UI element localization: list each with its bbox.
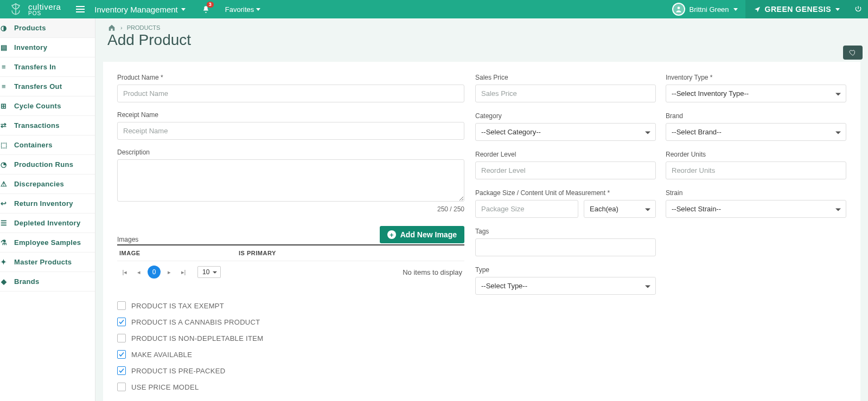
tags-input[interactable] [475, 238, 656, 256]
receipt-name-input[interactable] [117, 122, 464, 140]
pager-next-button[interactable]: ▸ [164, 267, 175, 277]
sidebar-item-label: Discrepancies [14, 180, 64, 188]
sidebar-item-discrepancies[interactable]: ⚠Discrepancies [0, 174, 95, 194]
sidebar-item-master-products[interactable]: ✦Master Products [0, 253, 95, 272]
description-label: Description [117, 148, 464, 156]
checkbox[interactable] [117, 301, 126, 310]
sidebar-item-employee-samples[interactable]: ⚗Employee Samples [0, 233, 95, 253]
sidebar-item-transactions[interactable]: ⇄Transactions [0, 116, 95, 135]
pager-prev-button[interactable]: ◂ [133, 267, 144, 277]
checkbox-label: MAKE AVAILABLE [131, 351, 192, 359]
bars-icon: ☰ [0, 219, 8, 227]
checkbox[interactable] [117, 366, 126, 375]
strain-select[interactable]: --Select Strain-- [666, 200, 846, 218]
arrow-in-icon: ≡ [0, 63, 8, 71]
org-switcher[interactable]: GREEN GENESIS [745, 0, 848, 18]
type-select[interactable]: --Select Type-- [475, 277, 656, 295]
org-name: GREEN GENESIS [765, 5, 831, 14]
receipt-name-label: Receipt Name [117, 111, 464, 119]
sidebar-item-label: Depleted Inventory [14, 219, 80, 227]
tag-icon: ◑ [0, 24, 8, 32]
sidebar-item-depleted-inventory[interactable]: ☰Depleted Inventory [0, 214, 95, 233]
sidebar-item-brands[interactable]: ◆Brands [0, 272, 95, 292]
menu-toggle-icon[interactable] [76, 6, 85, 12]
description-textarea[interactable] [117, 159, 464, 202]
sidebar-item-label: Containers [14, 141, 53, 149]
notifications-button[interactable]: 3 [202, 5, 210, 14]
pager-last-button[interactable]: ▸| [178, 267, 189, 277]
checkbox-label: USE PRICE MODEL [131, 383, 199, 391]
module-label: Inventory Management [94, 5, 177, 14]
add-image-button[interactable]: + Add New Image [380, 226, 464, 243]
sidebar-item-label: Master Products [14, 258, 72, 266]
checkbox-label: PRODUCT IS PRE-PACKED [131, 367, 225, 375]
sidebar-item-label: Production Runs [14, 160, 73, 169]
checkbox[interactable] [117, 383, 126, 391]
pager-first-button[interactable]: |◂ [119, 267, 130, 277]
sidebar-item-label: Employee Samples [14, 238, 81, 247]
checkbox[interactable] [117, 334, 126, 342]
grid-empty-message: No items to display [403, 268, 462, 276]
sidebar-item-transfers-out[interactable]: ≡Transfers Out [0, 77, 95, 96]
beaker-icon: ⚗ [0, 239, 8, 247]
reorder-units-input[interactable] [666, 161, 846, 179]
sidebar-item-containers[interactable]: ⬚Containers [0, 135, 95, 155]
category-label: Category [475, 112, 656, 120]
brand-select[interactable]: --Select Brand-- [666, 123, 846, 141]
sidebar-item-production-runs[interactable]: ◔Production Runs [0, 155, 95, 174]
logout-button[interactable] [848, 0, 868, 18]
sidebar: ◑Products ▤Inventory ≡Transfers In ≡Tran… [0, 18, 95, 401]
sidebar-item-label: Transactions [14, 121, 60, 130]
calendar-icon: ⊞ [0, 102, 8, 110]
sidebar-item-cycle-counts[interactable]: ⊞Cycle Counts [0, 96, 95, 116]
return-icon: ↩ [0, 200, 8, 208]
exchange-icon: ⇄ [0, 122, 8, 130]
pager-current: 0 [148, 266, 161, 279]
product-name-input[interactable] [117, 85, 464, 102]
checkbox[interactable] [117, 318, 126, 326]
checkbox[interactable] [117, 350, 126, 359]
home-icon[interactable] [107, 24, 116, 31]
heart-icon [848, 49, 857, 56]
favorites-dropdown[interactable]: Favorites [225, 5, 260, 14]
caret-down-icon [733, 8, 738, 11]
brand-label: Brand [666, 112, 846, 120]
avatar [672, 3, 685, 16]
inventory-type-select[interactable]: --Select Inventory Type-- [666, 85, 846, 102]
notifications-badge: 3 [207, 2, 214, 8]
favorite-toggle[interactable] [843, 46, 863, 60]
pager-size-select[interactable]: 10 [197, 266, 221, 278]
module-dropdown[interactable]: Inventory Management [94, 5, 185, 14]
sidebar-item-return-inventory[interactable]: ↩Return Inventory [0, 194, 95, 214]
checkbox-row: MAKE AVAILABLE [117, 350, 464, 359]
tags-label: Tags [475, 228, 656, 235]
package-label: Package Size / Content Unit of Measureme… [475, 189, 656, 197]
breadcrumb-parent[interactable]: PRODUCTS [127, 24, 161, 31]
sidebar-item-transfers-in[interactable]: ≡Transfers In [0, 57, 95, 77]
arrow-out-icon: ≡ [0, 83, 8, 90]
package-unit-select[interactable]: Each(ea) [584, 200, 656, 218]
sidebar-item-products[interactable]: ◑Products [0, 18, 95, 38]
sidebar-item-inventory[interactable]: ▤Inventory [0, 38, 95, 57]
package-size-input[interactable] [475, 200, 578, 218]
user-menu[interactable]: Brittni Green [665, 3, 745, 16]
caret-down-icon [256, 8, 260, 11]
caret-down-icon [835, 8, 840, 11]
reorder-level-input[interactable] [475, 161, 656, 179]
inventory-type-label: Inventory Type * [666, 74, 846, 81]
breadcrumb-sep: › [120, 24, 123, 31]
alert-icon: ⚠ [0, 180, 8, 188]
sales-price-input[interactable] [475, 85, 656, 102]
checkbox-row: PRODUCT IS A CANNABIS PRODUCT [117, 318, 464, 326]
page-title: Add Product [95, 31, 868, 56]
checkbox-label: PRODUCT IS A CANNABIS PRODUCT [131, 318, 260, 326]
images-label: Images [117, 236, 138, 243]
box-icon: ⬚ [0, 141, 8, 149]
checkbox-label: PRODUCT IS NON-DEPLETABLE ITEM [131, 334, 263, 342]
pager-size-value: 10 [202, 268, 209, 276]
category-select[interactable]: --Select Category-- [475, 123, 656, 141]
sidebar-item-label: Transfers Out [14, 82, 62, 90]
flask-icon: ◔ [0, 161, 8, 169]
favorites-label: Favorites [225, 5, 254, 14]
sales-price-label: Sales Price [475, 74, 656, 81]
